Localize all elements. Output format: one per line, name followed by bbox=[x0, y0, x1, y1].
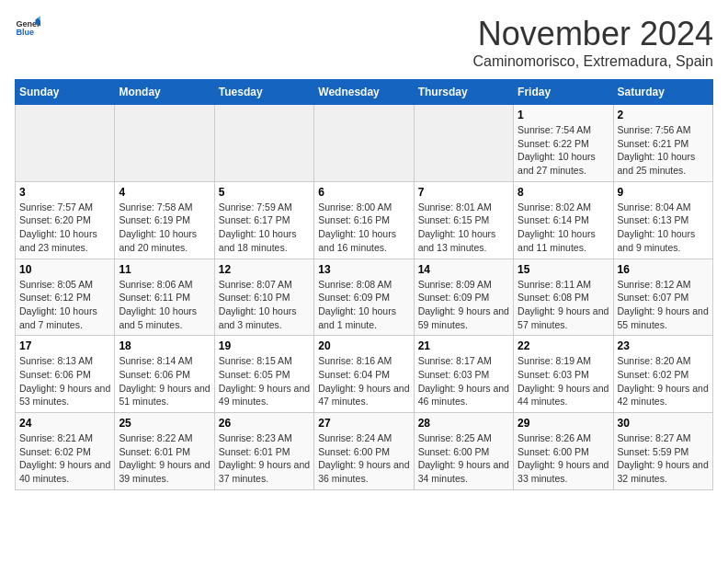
day-number: 28 bbox=[418, 417, 509, 430]
day-info: Sunrise: 8:01 AMSunset: 6:15 PMDaylight:… bbox=[418, 201, 509, 255]
day-of-week-header: Saturday bbox=[613, 80, 712, 105]
day-info: Sunrise: 8:25 AMSunset: 6:00 PMDaylight:… bbox=[418, 431, 509, 486]
day-info: Sunrise: 8:11 AMSunset: 6:08 PMDaylight:… bbox=[518, 278, 609, 332]
location-subtitle: Caminomorisco, Extremadura, Spain bbox=[473, 53, 713, 70]
calendar-cell: 16Sunrise: 8:12 AMSunset: 6:07 PMDayligh… bbox=[613, 259, 712, 336]
calendar-cell: 6Sunrise: 8:00 AMSunset: 6:16 PMDaylight… bbox=[314, 181, 414, 259]
day-number: 11 bbox=[119, 263, 210, 276]
day-info: Sunrise: 8:12 AMSunset: 6:07 PMDaylight:… bbox=[618, 278, 709, 332]
calendar-cell: 27Sunrise: 8:24 AMSunset: 6:00 PMDayligh… bbox=[314, 413, 414, 490]
day-info: Sunrise: 8:04 AMSunset: 6:13 PMDaylight:… bbox=[618, 201, 709, 255]
day-number: 4 bbox=[119, 186, 210, 199]
day-number: 12 bbox=[219, 263, 310, 276]
calendar-cell: 1Sunrise: 7:54 AMSunset: 6:22 PMDaylight… bbox=[514, 105, 613, 182]
calendar-cell bbox=[414, 105, 513, 182]
day-info: Sunrise: 7:59 AMSunset: 6:17 PMDaylight:… bbox=[219, 201, 310, 255]
day-info: Sunrise: 8:07 AMSunset: 6:10 PMDaylight:… bbox=[219, 278, 310, 332]
calendar-table: SundayMondayTuesdayWednesdayThursdayFrid… bbox=[15, 79, 713, 490]
day-info: Sunrise: 8:23 AMSunset: 6:01 PMDaylight:… bbox=[219, 431, 310, 486]
month-title: November 2024 bbox=[473, 15, 713, 53]
calendar-cell: 9Sunrise: 8:04 AMSunset: 6:13 PMDaylight… bbox=[613, 181, 712, 259]
calendar-cell: 13Sunrise: 8:08 AMSunset: 6:09 PMDayligh… bbox=[314, 259, 414, 336]
day-info: Sunrise: 8:09 AMSunset: 6:09 PMDaylight:… bbox=[418, 278, 509, 332]
day-of-week-header: Monday bbox=[115, 80, 214, 105]
day-number: 20 bbox=[318, 339, 409, 352]
day-info: Sunrise: 8:02 AMSunset: 6:14 PMDaylight:… bbox=[518, 201, 609, 255]
day-info: Sunrise: 7:57 AMSunset: 6:20 PMDaylight:… bbox=[19, 201, 110, 255]
day-info: Sunrise: 8:00 AMSunset: 6:16 PMDaylight:… bbox=[318, 201, 409, 255]
day-number: 9 bbox=[618, 186, 709, 199]
day-info: Sunrise: 8:27 AMSunset: 5:59 PMDaylight:… bbox=[618, 431, 709, 486]
day-number: 13 bbox=[318, 263, 409, 276]
calendar-cell: 11Sunrise: 8:06 AMSunset: 6:11 PMDayligh… bbox=[115, 259, 214, 336]
calendar-cell bbox=[214, 105, 313, 182]
calendar-header: SundayMondayTuesdayWednesdayThursdayFrid… bbox=[16, 80, 713, 105]
day-info: Sunrise: 8:05 AMSunset: 6:12 PMDaylight:… bbox=[19, 278, 110, 332]
day-info: Sunrise: 8:19 AMSunset: 6:03 PMDaylight:… bbox=[518, 354, 609, 408]
day-of-week-header: Sunday bbox=[16, 80, 115, 105]
day-number: 15 bbox=[518, 263, 609, 276]
day-info: Sunrise: 8:17 AMSunset: 6:03 PMDaylight:… bbox=[418, 354, 509, 408]
day-number: 24 bbox=[19, 417, 110, 430]
day-number: 29 bbox=[518, 417, 609, 430]
calendar-cell: 29Sunrise: 8:26 AMSunset: 6:00 PMDayligh… bbox=[514, 413, 613, 490]
day-number: 2 bbox=[618, 109, 709, 121]
page-header: General Blue November 2024 Caminomorisco… bbox=[15, 15, 713, 70]
day-number: 6 bbox=[318, 186, 409, 199]
day-number: 26 bbox=[219, 417, 310, 430]
calendar-cell: 28Sunrise: 8:25 AMSunset: 6:00 PMDayligh… bbox=[414, 413, 513, 490]
calendar-cell: 7Sunrise: 8:01 AMSunset: 6:15 PMDaylight… bbox=[414, 181, 513, 259]
calendar-cell: 15Sunrise: 8:11 AMSunset: 6:08 PMDayligh… bbox=[514, 259, 613, 336]
calendar-cell bbox=[16, 105, 115, 182]
calendar-week-row: 1Sunrise: 7:54 AMSunset: 6:22 PMDaylight… bbox=[16, 105, 713, 182]
day-of-week-header: Wednesday bbox=[314, 80, 414, 105]
day-number: 1 bbox=[518, 109, 609, 121]
day-number: 18 bbox=[119, 339, 210, 352]
day-number: 19 bbox=[219, 339, 310, 352]
day-number: 5 bbox=[219, 186, 310, 199]
calendar-cell: 14Sunrise: 8:09 AMSunset: 6:09 PMDayligh… bbox=[414, 259, 513, 336]
day-number: 23 bbox=[618, 339, 709, 352]
day-info: Sunrise: 7:56 AMSunset: 6:21 PMDaylight:… bbox=[618, 123, 709, 178]
day-number: 25 bbox=[119, 417, 210, 430]
title-block: November 2024 Caminomorisco, Extremadura… bbox=[473, 15, 713, 70]
day-info: Sunrise: 8:15 AMSunset: 6:05 PMDaylight:… bbox=[219, 354, 310, 408]
day-number: 21 bbox=[418, 339, 509, 352]
calendar-week-row: 17Sunrise: 8:13 AMSunset: 6:06 PMDayligh… bbox=[16, 336, 713, 413]
logo: General Blue bbox=[15, 15, 40, 40]
calendar-cell: 18Sunrise: 8:14 AMSunset: 6:06 PMDayligh… bbox=[115, 336, 214, 413]
day-number: 7 bbox=[418, 186, 509, 199]
day-headers-row: SundayMondayTuesdayWednesdayThursdayFrid… bbox=[16, 80, 713, 105]
day-of-week-header: Thursday bbox=[414, 80, 513, 105]
day-number: 27 bbox=[318, 417, 409, 430]
logo-icon: General Blue bbox=[15, 15, 40, 40]
calendar-cell: 4Sunrise: 7:58 AMSunset: 6:19 PMDaylight… bbox=[115, 181, 214, 259]
day-info: Sunrise: 8:20 AMSunset: 6:02 PMDaylight:… bbox=[618, 354, 709, 408]
calendar-cell: 12Sunrise: 8:07 AMSunset: 6:10 PMDayligh… bbox=[214, 259, 313, 336]
day-info: Sunrise: 8:24 AMSunset: 6:00 PMDaylight:… bbox=[318, 431, 409, 486]
calendar-cell: 3Sunrise: 7:57 AMSunset: 6:20 PMDaylight… bbox=[16, 181, 115, 259]
calendar-cell: 5Sunrise: 7:59 AMSunset: 6:17 PMDaylight… bbox=[214, 181, 313, 259]
calendar-cell: 21Sunrise: 8:17 AMSunset: 6:03 PMDayligh… bbox=[414, 336, 513, 413]
calendar-cell bbox=[115, 105, 214, 182]
day-info: Sunrise: 8:21 AMSunset: 6:02 PMDaylight:… bbox=[19, 431, 110, 486]
calendar-cell: 30Sunrise: 8:27 AMSunset: 5:59 PMDayligh… bbox=[613, 413, 712, 490]
calendar-cell: 25Sunrise: 8:22 AMSunset: 6:01 PMDayligh… bbox=[115, 413, 214, 490]
day-number: 22 bbox=[518, 339, 609, 352]
day-info: Sunrise: 8:16 AMSunset: 6:04 PMDaylight:… bbox=[318, 354, 409, 408]
calendar-week-row: 10Sunrise: 8:05 AMSunset: 6:12 PMDayligh… bbox=[16, 259, 713, 336]
calendar-week-row: 24Sunrise: 8:21 AMSunset: 6:02 PMDayligh… bbox=[16, 413, 713, 490]
day-number: 17 bbox=[19, 339, 110, 352]
calendar-cell: 24Sunrise: 8:21 AMSunset: 6:02 PMDayligh… bbox=[16, 413, 115, 490]
day-number: 8 bbox=[518, 186, 609, 199]
day-number: 30 bbox=[618, 417, 709, 430]
day-of-week-header: Tuesday bbox=[214, 80, 313, 105]
calendar-cell: 22Sunrise: 8:19 AMSunset: 6:03 PMDayligh… bbox=[514, 336, 613, 413]
day-info: Sunrise: 8:22 AMSunset: 6:01 PMDaylight:… bbox=[119, 431, 210, 486]
calendar-week-row: 3Sunrise: 7:57 AMSunset: 6:20 PMDaylight… bbox=[16, 181, 713, 259]
day-info: Sunrise: 7:58 AMSunset: 6:19 PMDaylight:… bbox=[119, 201, 210, 255]
calendar-body: 1Sunrise: 7:54 AMSunset: 6:22 PMDaylight… bbox=[16, 105, 713, 490]
day-of-week-header: Friday bbox=[514, 80, 613, 105]
day-info: Sunrise: 8:13 AMSunset: 6:06 PMDaylight:… bbox=[19, 354, 110, 408]
day-number: 10 bbox=[19, 263, 110, 276]
